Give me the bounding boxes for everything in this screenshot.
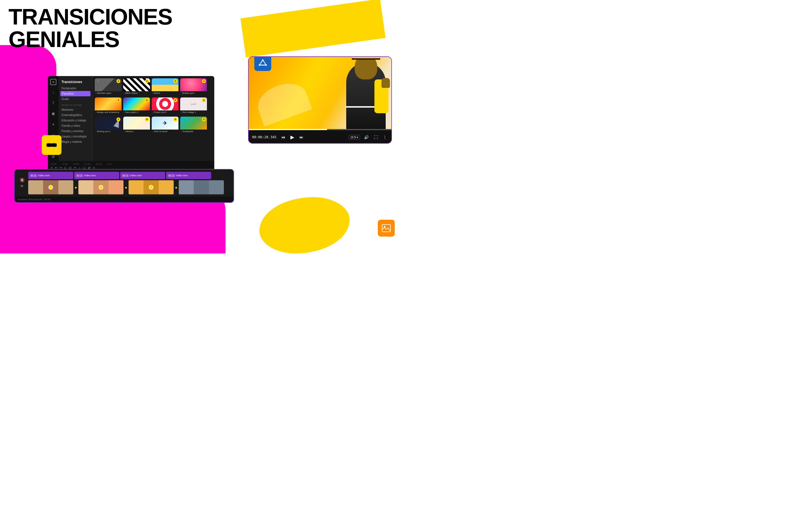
mango-label: ↓ Mango and strawberry bbox=[95, 110, 121, 114]
fx-row: fx · 1 Video.mov fx · 1 Video.mov fx · 1… bbox=[28, 172, 231, 179]
bw-stripes-label: ↓ B&W stripes bbox=[123, 91, 150, 94]
transition-pulses-red[interactable]: ♡ ♛ ↓ Pulses red 5 bbox=[152, 98, 179, 115]
fx-badge-3: fx · 1 bbox=[122, 174, 129, 177]
volume-btn[interactable]: 🔊 bbox=[363, 134, 370, 140]
transition-stickers[interactable]: ♛ ↓ Stickers bbox=[123, 117, 150, 134]
fx-badge-4: fx · 1 bbox=[168, 174, 175, 177]
diamond-marker-2 bbox=[99, 185, 103, 189]
heart-icon-1: ♡ bbox=[96, 79, 100, 83]
menu-item-fiestas[interactable]: Fiestas y eventos bbox=[59, 128, 92, 134]
crown-icon-2: ♛ bbox=[145, 79, 149, 83]
timeline-panel: 🔇 👁 fx · 1 Video.mov fx · 1 Video.mov fx… bbox=[14, 169, 234, 203]
svg-point-5 bbox=[266, 64, 267, 66]
video-strip-row: ◆ ◆ ◆ bbox=[28, 180, 231, 194]
transition-attention-span[interactable]: ♡ ♛ ↓ Attention span bbox=[95, 78, 121, 96]
time-travel-label: ↓ Time to travel bbox=[152, 129, 179, 133]
title-line2: GENIALES bbox=[8, 28, 172, 51]
transitions-row-1: ♡ ♛ ↓ Attention span ♛ ↓ B&W stripes ♛ bbox=[95, 78, 212, 96]
svg-point-4 bbox=[259, 64, 260, 66]
crown-icon-1: ♛ bbox=[116, 79, 120, 83]
transitions-icon[interactable]: ⊞ bbox=[50, 110, 57, 117]
mute-btn[interactable]: 🔇 bbox=[20, 178, 24, 182]
crown-icon-3: ♛ bbox=[173, 79, 177, 83]
effects-icon[interactable]: ✦ bbox=[50, 121, 57, 128]
fx-clip-4[interactable]: fx · 1 Video.mov bbox=[166, 172, 211, 179]
stickers-label: ↓ Stickers bbox=[123, 129, 150, 133]
svg-rect-7 bbox=[382, 224, 391, 232]
timeline-ruler: 00:45 00:50 00:55 01:00 01:05 01:1 bbox=[48, 161, 214, 167]
menu-item-abstracto[interactable]: Abstracto bbox=[59, 107, 92, 112]
track-controls: 🔇 👁 bbox=[17, 172, 27, 194]
menu-item-cinematografico[interactable]: Cinematográfico bbox=[59, 112, 92, 118]
ratio-selector[interactable]: 16:9 ▾ bbox=[349, 135, 360, 140]
image-icon-box[interactable] bbox=[378, 220, 395, 237]
red-collage-label: ↓ Red collage 1 bbox=[180, 110, 207, 114]
arrows-box bbox=[42, 135, 61, 155]
crown-icon-10: ♛ bbox=[145, 117, 149, 121]
fx-clip-1[interactable]: fx · 1 Video.mov bbox=[28, 172, 73, 179]
fast-forward-btn[interactable]: ⏭ bbox=[298, 134, 305, 140]
rewind-btn[interactable]: ⏮ bbox=[280, 134, 287, 140]
video-strip-4[interactable] bbox=[179, 180, 224, 194]
video-strip-1[interactable] bbox=[28, 180, 73, 194]
eye-btn[interactable]: 👁 bbox=[20, 184, 24, 188]
transition-beach[interactable]: ♛ ↓ Beach bbox=[152, 78, 179, 96]
fx-clip-2[interactable]: fx · 1 Video.mov bbox=[74, 172, 119, 179]
effects-store-label: EFFECTS STORE bbox=[59, 102, 92, 107]
menu-item-familia[interactable]: Familia y niños bbox=[59, 123, 92, 128]
fx-badge-1: fx · 1 bbox=[30, 174, 37, 177]
menu-item-juegos[interactable]: Juegos y tecnología bbox=[59, 134, 92, 139]
menu-item-magia[interactable]: Magia y misterio bbox=[59, 139, 92, 145]
menu-item-educacion[interactable]: Educación y trabajo bbox=[59, 118, 92, 123]
diamond-marker-3 bbox=[149, 185, 153, 189]
transition-arrow-2: ◆ bbox=[124, 180, 128, 194]
fullscreen-btn[interactable]: ⛶ bbox=[373, 134, 379, 140]
menu-item-favoritos[interactable]: Favoritos bbox=[60, 91, 91, 96]
crown-icon-8: ♛ bbox=[202, 98, 206, 102]
crown-icon-4: ♛ bbox=[202, 79, 206, 83]
transition-shining-sun[interactable]: ♛ ↓ Shining sun 2 bbox=[95, 117, 121, 134]
fx-clip-1-label: Video.mov bbox=[38, 174, 50, 177]
beach-label: ↓ Beach bbox=[152, 91, 179, 94]
neon-glitch-label: ↓ Neon glitch 2 bbox=[123, 110, 150, 114]
add-icon[interactable]: + bbox=[50, 79, 56, 85]
crown-icon-9: ♛ bbox=[116, 117, 120, 121]
more-btn[interactable]: ⋮ bbox=[382, 134, 388, 140]
transitions-row-3: ♛ ↓ Shining sun 2 ♛ ↓ Stickers ✈ ♛ bbox=[95, 117, 212, 134]
bubblegum-label: ↓ Bubble gum bbox=[180, 91, 207, 94]
transition-mango[interactable]: ♡ ♛ ↓ Mango and strawberry bbox=[95, 98, 121, 115]
svg-point-8 bbox=[384, 226, 386, 228]
svg-point-6 bbox=[262, 59, 264, 61]
video-strip-2[interactable] bbox=[79, 180, 123, 194]
heart-icon-2: ♡ bbox=[96, 98, 100, 102]
music-icon[interactable]: ♪ bbox=[50, 89, 57, 96]
transition-red-collage[interactable]: you★ ♛ ↓ Red collage 1 bbox=[180, 98, 207, 115]
fx-clip-3-label: Video.mov bbox=[130, 174, 142, 177]
transition-neon-glitch[interactable]: ♛ ↓ Neon glitch 2 bbox=[123, 98, 150, 115]
play-pause-btn[interactable]: ▶ bbox=[289, 133, 296, 141]
transition-time-travel[interactable]: ✈ ♛ ↓ Time to travel bbox=[152, 117, 179, 134]
editor-panel: + ♪ T ⊞ ✦ ◷ ⬡ ⊞ Transiciones Destacados … bbox=[48, 76, 214, 172]
transition-toothpaste[interactable]: ♛ ↓ Toothpaste bbox=[180, 117, 207, 134]
crown-icon-6: ♛ bbox=[145, 98, 149, 102]
transition-bw-stripes[interactable]: ♛ ↓ B&W stripes bbox=[123, 78, 150, 96]
transition-bubblegum[interactable]: ♛ ↓ Bubble gum bbox=[180, 78, 207, 96]
fx-clip-3[interactable]: fx · 1 Video.mov bbox=[120, 172, 165, 179]
shining-sun-label: ↓ Shining sun 2 bbox=[95, 129, 121, 133]
transition-arrow-1: ◆ bbox=[74, 180, 78, 194]
bg-yellow-blob bbox=[259, 197, 350, 253]
text-icon[interactable]: T bbox=[50, 100, 57, 107]
timeline-footer: Duración del proyecto: 00:00 bbox=[15, 196, 234, 202]
diamond-marker-1 bbox=[49, 185, 53, 189]
left-menu: Transiciones Destacados Favoritos Gratis… bbox=[59, 76, 93, 172]
video-strip-3[interactable] bbox=[129, 180, 174, 194]
menu-item-destacados[interactable]: Destacados bbox=[59, 86, 92, 91]
bg-yellow-stripe bbox=[241, 0, 386, 57]
timeline-tracks: 🔇 👁 fx · 1 Video.mov fx · 1 Video.mov fx… bbox=[15, 170, 234, 196]
crown-icon-7: ♛ bbox=[173, 98, 177, 102]
menu-title: Transiciones bbox=[59, 78, 92, 86]
fx-tracks: fx · 1 Video.mov fx · 1 Video.mov fx · 1… bbox=[28, 172, 231, 194]
pulses-red-label: ↓ Pulses red 5 bbox=[152, 110, 179, 114]
chevron-down-icon: ▾ bbox=[357, 136, 358, 139]
menu-item-gratis[interactable]: Gratis bbox=[59, 96, 92, 102]
